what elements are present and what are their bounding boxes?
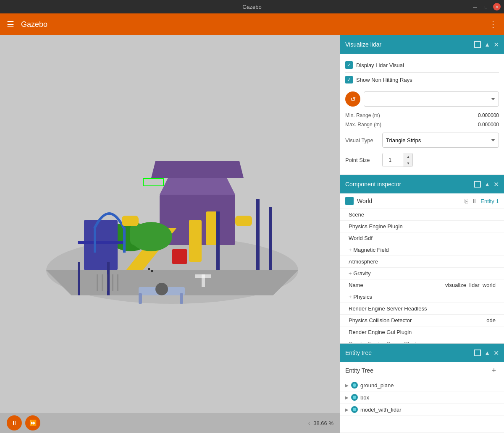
point-size-label: Point Size xyxy=(345,157,379,163)
tree-item-box[interactable]: ▶ box xyxy=(340,391,504,404)
comp-item-physics[interactable]: Physics xyxy=(340,291,504,303)
show-non-hitting-label: Show Non Hitting Rays xyxy=(356,77,412,83)
svg-marker-3 xyxy=(160,178,235,195)
component-inspector-panel: Component inspector ▲ ✕ World ⎘ ⏸ Entity… xyxy=(340,175,504,344)
visualize-lidar-panel: Visualize lidar ▲ ✕ ✓ Display Lidar Visu… xyxy=(340,35,504,175)
add-entity-button[interactable]: + xyxy=(489,365,499,376)
expand-model-with-lidar[interactable]: ▶ xyxy=(345,407,349,412)
close-panel-icon-ci[interactable]: ✕ xyxy=(494,180,499,188)
point-size-input[interactable] xyxy=(383,153,404,167)
comp-item-scene[interactable]: Scene xyxy=(340,209,504,221)
close-panel-icon[interactable]: ✕ xyxy=(494,41,499,49)
viewport[interactable]: ⏸ ⏩ ‹ 38.66 % xyxy=(0,35,340,433)
show-non-hitting-checkbox[interactable]: ✓ xyxy=(345,76,353,83)
svg-rect-29 xyxy=(102,274,103,291)
zoom-info: ‹ 38.66 % xyxy=(308,420,333,426)
svg-rect-27 xyxy=(235,216,252,226)
visual-type-dropdown[interactable]: Triangle Strips Points Lines xyxy=(382,133,499,148)
app-header: ☰ Gazebo ⋮ xyxy=(0,13,504,35)
range-grid: Min. Range (m) 0.000000 Max. Range (m) 0… xyxy=(345,110,499,130)
copy-icon[interactable]: ⎘ xyxy=(465,198,468,204)
separator-2 xyxy=(345,87,499,87)
lidar-topic-dropdown[interactable] xyxy=(364,91,499,107)
collapse-icon-et[interactable]: ▲ xyxy=(484,350,490,356)
svg-rect-30 xyxy=(107,274,108,291)
comp-name-value: visualize_lidar_world xyxy=(445,282,496,288)
pause-icon-ci[interactable]: ⏸ xyxy=(471,198,477,204)
hamburger-menu-button[interactable]: ☰ xyxy=(7,19,14,29)
viewport-bottom-bar: ⏸ ⏩ ‹ 38.66 % xyxy=(0,413,340,433)
expand-ground-plane[interactable]: ▶ xyxy=(345,383,349,388)
component-inspector-icons: ▲ ✕ xyxy=(474,180,499,188)
entity-tree-panel: Entity tree ▲ ✕ Entity Tree + ▶ gro xyxy=(340,344,504,433)
close-panel-icon-et[interactable]: ✕ xyxy=(494,349,499,357)
header-more-button[interactable]: ⋮ xyxy=(489,19,497,29)
comp-item-render-engine-gui[interactable]: Render Engine Gui Plugin xyxy=(340,326,504,338)
svg-point-23 xyxy=(155,283,168,295)
tree-item-model-with-lidar[interactable]: ▶ model_with_lidar xyxy=(340,404,504,416)
refresh-button[interactable]: ↺ xyxy=(345,91,360,107)
model-with-lidar-label: model_with_lidar xyxy=(360,407,402,413)
comp-collision-key: Physics Collision Detector xyxy=(349,317,486,323)
3d-scene xyxy=(13,60,315,329)
float-icon[interactable] xyxy=(474,41,481,48)
visual-type-label: Visual Type xyxy=(345,137,379,143)
comp-item-gravity[interactable]: Gravity xyxy=(340,268,504,279)
svg-rect-18 xyxy=(256,199,260,270)
svg-marker-4 xyxy=(151,161,244,178)
visualize-lidar-header: Visualize lidar ▲ ✕ xyxy=(340,35,504,54)
app-title: Gazebo xyxy=(21,20,489,29)
svg-rect-17 xyxy=(216,211,220,270)
entity-tree-header-icons: ▲ ✕ xyxy=(474,349,499,357)
svg-rect-22 xyxy=(180,293,183,304)
maximize-button[interactable]: □ xyxy=(482,3,490,10)
float-icon-ci[interactable] xyxy=(474,181,481,188)
comp-item-atmosphere[interactable]: Atmosphere xyxy=(340,256,504,268)
point-size-up[interactable]: ▲ xyxy=(404,153,412,160)
point-size-row: Point Size ▲ ▼ xyxy=(345,150,499,170)
node-icon-ground-plane xyxy=(351,382,358,389)
point-size-arrows: ▲ ▼ xyxy=(404,153,412,167)
display-lidar-label: Display Lidar Visual xyxy=(356,62,404,68)
min-range-label: Min. Range (m) xyxy=(345,112,420,119)
comp-item-physics-engine[interactable]: Physics Engine Plugin xyxy=(340,221,504,232)
visual-type-row: Visual Type Triangle Strips Points Lines xyxy=(345,130,499,150)
point-size-down[interactable]: ▼ xyxy=(404,160,412,167)
comp-item-render-engine-server-headless[interactable]: Render Engine Server Headless xyxy=(340,303,504,315)
separator-1 xyxy=(345,72,499,73)
entity-value: 1 xyxy=(496,198,499,204)
comp-item-physics-collision[interactable]: Physics Collision Detector ode xyxy=(340,315,504,326)
pause-button[interactable]: ⏸ xyxy=(7,415,22,430)
expand-box[interactable]: ▶ xyxy=(345,395,349,400)
tree-item-ground-plane[interactable]: ▶ ground_plane xyxy=(340,379,504,391)
svg-rect-10 xyxy=(189,220,202,262)
comp-item-magnetic-field[interactable]: Magnetic Field xyxy=(340,244,504,256)
minimize-button[interactable]: — xyxy=(471,3,479,10)
display-lidar-checkbox[interactable]: ✓ xyxy=(345,61,353,69)
show-non-hitting-row: ✓ Show Non Hitting Rays xyxy=(345,73,499,86)
svg-rect-31 xyxy=(112,274,113,291)
comp-item-name[interactable]: Name visualize_lidar_world xyxy=(340,279,504,291)
svg-rect-34 xyxy=(195,274,211,278)
dot-indicator-2 xyxy=(151,270,153,272)
collapse-icon[interactable]: ▲ xyxy=(484,41,490,48)
svg-rect-24 xyxy=(94,227,96,253)
collapse-panel-button[interactable]: ‹ xyxy=(308,420,310,426)
close-button[interactable]: ✕ xyxy=(493,3,501,10)
zoom-level: 38.66 % xyxy=(313,420,333,426)
collapse-icon-ci[interactable]: ▲ xyxy=(484,181,490,188)
float-icon-et[interactable] xyxy=(474,350,481,356)
display-lidar-row: ✓ Display Lidar Visual xyxy=(345,59,499,71)
svg-rect-25 xyxy=(123,227,126,253)
visualize-lidar-body: ✓ Display Lidar Visual ✓ Show Non Hittin… xyxy=(340,54,504,175)
comp-item-render-engine-server[interactable]: Render Engine Server Plugin xyxy=(340,338,504,343)
node-icon-inner xyxy=(353,383,356,387)
component-inspector-title: Component inspector xyxy=(345,181,471,188)
comp-item-world-sdf[interactable]: World Sdf xyxy=(340,232,504,244)
entity-tree-heading: Entity Tree xyxy=(345,367,489,374)
fast-forward-button[interactable]: ⏩ xyxy=(25,415,40,430)
node-icon-inner-box xyxy=(353,396,356,399)
window-title: Gazebo xyxy=(242,4,262,10)
svg-rect-12 xyxy=(84,220,118,270)
window-controls: — □ ✕ xyxy=(471,3,501,10)
